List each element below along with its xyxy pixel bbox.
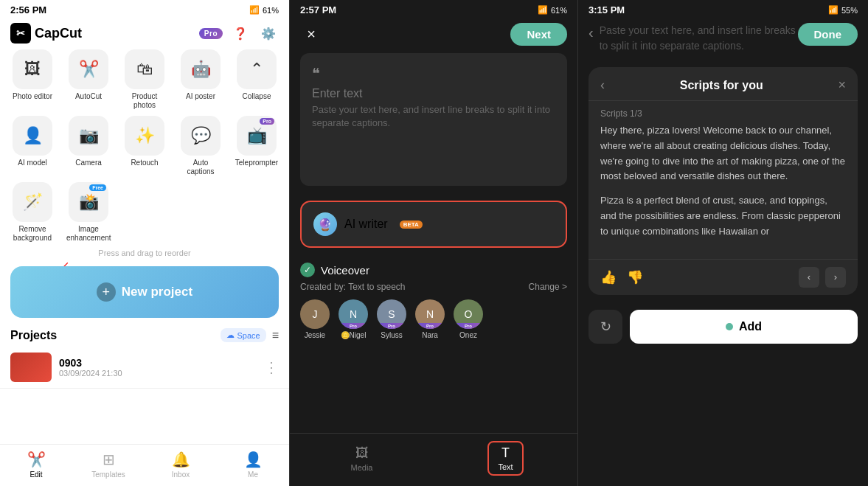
new-project-label: New project	[122, 285, 192, 299]
logo-text: CapCut	[35, 26, 82, 41]
check-icon: ✓	[300, 263, 315, 277]
text-input-area[interactable]: ❝ Enter text Paste your text here, and i…	[300, 53, 567, 186]
nav-templates[interactable]: ⊞ Templates	[72, 451, 145, 479]
tool-teleprompter[interactable]: 📺 Pro Teleprompter	[232, 116, 282, 176]
s3-top: ‹ Paste your text here, and insert line …	[578, 18, 868, 60]
teleprompter-pro-badge: Pro	[260, 118, 274, 125]
refresh-button[interactable]: ↻	[588, 310, 622, 344]
prev-arrow-button[interactable]: ‹	[799, 267, 819, 288]
voice-syluss[interactable]: S Pro Syluss	[377, 299, 406, 339]
change-button[interactable]: Change >	[529, 282, 567, 292]
tool-auto-captions[interactable]: 💬 Auto captions	[176, 116, 226, 176]
s2-nav-text[interactable]: T Text	[434, 441, 577, 476]
tool-ai-poster[interactable]: 🤖 AI poster	[176, 49, 226, 110]
syluss-name: Syluss	[381, 331, 402, 339]
bottom-nav-1: ✂️ Edit ⊞ Templates 🔔 Inbox 👤 Me	[0, 444, 289, 486]
voice-nigel[interactable]: N Pro 🪙Nigel	[338, 299, 368, 339]
list-icon[interactable]: ≡	[272, 329, 279, 342]
tool-label-retouch: Retouch	[131, 159, 158, 167]
done-button[interactable]: Done	[798, 23, 858, 46]
s2-nav-media[interactable]: 🖼 Media	[290, 445, 434, 472]
capcut-logo: ✂ CapCut	[10, 23, 82, 44]
add-label: Add	[739, 320, 762, 333]
onez-pro: Pro	[454, 323, 483, 329]
next-arrow-button[interactable]: ›	[825, 267, 846, 288]
battery-icon: 61%	[263, 6, 279, 15]
project-more-button[interactable]: ⋮	[264, 358, 279, 376]
project-thumbnail	[10, 353, 52, 382]
screen-3: 3:15 PM 📶 55% ‹ Paste your text here, an…	[578, 0, 868, 486]
tool-retouch[interactable]: ✨ Retouch	[119, 116, 170, 176]
time-1: 2:56 PM	[10, 4, 46, 15]
nav-me[interactable]: 👤 Me	[217, 451, 289, 479]
nav-inbox[interactable]: 🔔 Inbox	[145, 451, 217, 479]
project-date: 03/09/2024 21:30	[59, 369, 257, 378]
scripts-footer: 👍 👎 ‹ ›	[588, 259, 858, 295]
space-badge[interactable]: ☁ Space	[221, 328, 265, 342]
tool-label-image-enhancement: Image enhancement	[66, 225, 111, 243]
close-button[interactable]: ×	[300, 24, 322, 46]
voices-row: J Jessie N Pro 🪙Nigel S Pro Syluss N	[300, 296, 567, 342]
nara-avatar: N Pro	[415, 299, 445, 329]
tool-remove-bg[interactable]: 🪄 Remove background	[7, 182, 58, 243]
ai-writer-box[interactable]: 🔮 AI writer BETA	[300, 201, 567, 248]
projects-title: Projects	[10, 329, 57, 342]
pro-badge[interactable]: Pro	[199, 28, 223, 39]
voice-nara[interactable]: N Pro Nara	[415, 299, 445, 339]
battery-icon-3: 55%	[841, 6, 858, 15]
nav-edit[interactable]: ✂️ Edit	[0, 451, 72, 479]
header-1: ✂ CapCut Pro ❓ ⚙️	[0, 18, 289, 49]
tool-camera[interactable]: 📷 Camera	[63, 116, 114, 176]
question-icon[interactable]: ❓	[230, 23, 251, 44]
ai-writer-label: AI writer	[344, 218, 388, 231]
tool-collapse[interactable]: ⌃ Collapse	[232, 49, 282, 110]
voice-onez[interactable]: O Pro Onez	[454, 299, 483, 339]
time-2: 2:57 PM	[300, 4, 336, 15]
tool-autocut[interactable]: ✂️ AutoCut	[63, 49, 114, 110]
tool-icon-collapse: ⌃	[237, 49, 277, 89]
tool-photo-editor[interactable]: 🖼 Photo editor	[7, 49, 58, 110]
voice-jessie[interactable]: J Jessie	[300, 299, 330, 339]
header-right: Pro ❓ ⚙️	[199, 23, 279, 44]
jessie-name: Jessie	[305, 331, 325, 339]
media-label: Media	[351, 463, 373, 472]
nigel-avatar: N Pro	[338, 299, 368, 329]
script-para-1: Hey there, pizza lovers! Welcome back to…	[600, 123, 846, 184]
status-icons-1: 📶 61%	[249, 5, 279, 15]
nigel-pro: Pro	[338, 323, 368, 329]
s2-bottom-nav: 🖼 Media T Text	[290, 433, 577, 486]
tool-image-enhancement[interactable]: 📸 Free Image enhancement	[63, 182, 114, 243]
created-by-row: Created by: Text to speech Change >	[300, 282, 567, 296]
beta-badge: BETA	[400, 221, 423, 229]
settings-icon[interactable]: ⚙️	[258, 23, 279, 44]
inbox-label: Inbox	[172, 471, 190, 479]
next-button[interactable]: Next	[510, 23, 567, 46]
s2-header: × Next	[290, 18, 577, 53]
scripts-body: Hey there, pizza lovers! Welcome back to…	[588, 123, 858, 259]
tool-ai-model[interactable]: 👤 AI model	[7, 116, 58, 176]
screen-2: 2:57 PM 📶 61% × Next ❝ Enter text Paste …	[289, 0, 578, 486]
add-button[interactable]: Add	[630, 310, 858, 344]
onez-name: Onez	[459, 331, 477, 339]
tool-icon-teleprompter: 📺 Pro	[237, 116, 277, 156]
back-button-3[interactable]: ‹	[588, 23, 594, 41]
scripts-close-button[interactable]: ×	[838, 77, 846, 93]
script-para-2: Pizza is a perfect blend of crust, sauce…	[600, 193, 846, 239]
jessie-avatar: J	[300, 299, 330, 329]
thumbs-down-button[interactable]: 👎	[627, 269, 643, 285]
tool-label-ai-poster: AI poster	[186, 92, 215, 101]
scripts-back-button[interactable]: ‹	[600, 77, 605, 93]
tool-product-photos[interactable]: 🛍 Product photos	[119, 49, 170, 110]
new-project-button[interactable]: + New project	[10, 266, 279, 318]
plus-icon: +	[97, 282, 116, 302]
tool-label-teleprompter: Teleprompter	[235, 159, 278, 167]
tool-label-photo-editor: Photo editor	[13, 92, 52, 101]
text-nav-label: Text	[498, 462, 513, 471]
voiceover-row: ✓ Voiceover	[300, 263, 567, 277]
me-label: Me	[248, 471, 258, 479]
space-label: Space	[237, 331, 260, 340]
drag-hint: Press and drag to reorder	[0, 247, 289, 262]
edit-label: Edit	[29, 471, 42, 479]
thumbs-up-button[interactable]: 👍	[600, 269, 617, 285]
project-item[interactable]: 0903 03/09/2024 21:30 ⋮	[0, 347, 289, 389]
